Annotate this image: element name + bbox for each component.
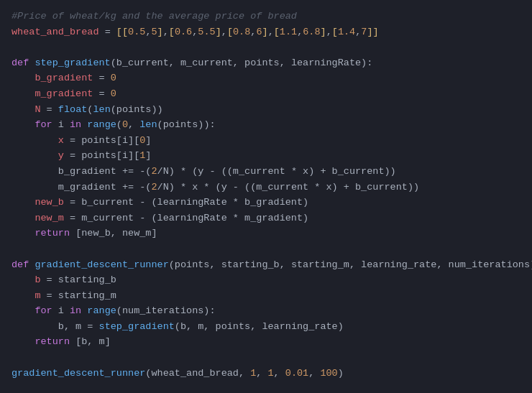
line-22: return [b, m] bbox=[12, 334, 520, 350]
line-5: b_gradient = 0 bbox=[12, 70, 520, 86]
line-19: m = starting_m bbox=[12, 288, 520, 304]
line-9: x = points[i][0] bbox=[12, 133, 520, 149]
line-17: def gradient_descent_runner(points, star… bbox=[12, 257, 520, 273]
line-8: for i in range(0, len(points)): bbox=[12, 117, 520, 133]
line-7: N = float(len(points)) bbox=[12, 102, 520, 118]
line-1: #Price of wheat/kg and the average price… bbox=[12, 9, 520, 24]
line-6: m_gradient = 0 bbox=[12, 86, 520, 102]
line-23 bbox=[12, 350, 520, 366]
line-14: new_m = m_current - (learningRate * m_gr… bbox=[12, 211, 520, 226]
line-12: m_gradient += -(2/N) * x * (y - ((m_curr… bbox=[12, 180, 520, 195]
line-21: b, m = step_gradient(b, m, points, learn… bbox=[12, 319, 520, 335]
line-10: y = points[i][1] bbox=[12, 148, 520, 164]
line-4: def step_gradient(b_current, m_current, … bbox=[12, 55, 520, 71]
code-editor: #Price of wheat/kg and the average price… bbox=[0, 0, 532, 393]
line-3 bbox=[12, 40, 520, 55]
line-11: b_gradient += -(2/N) * (y - ((m_current … bbox=[12, 164, 520, 180]
line-20: for i in range(num_iterations): bbox=[12, 303, 520, 319]
line-18: b = starting_b bbox=[12, 272, 520, 288]
line-15: return [new_b, new_m] bbox=[12, 226, 520, 241]
line-16 bbox=[12, 241, 520, 257]
line-13: new_b = b_current - (learningRate * b_gr… bbox=[12, 195, 520, 211]
line-24: gradient_descent_runner(wheat_and_bread,… bbox=[12, 366, 520, 382]
line-2: wheat_and_bread = [[0.5,5],[0.6,5.5],[0.… bbox=[12, 24, 520, 40]
